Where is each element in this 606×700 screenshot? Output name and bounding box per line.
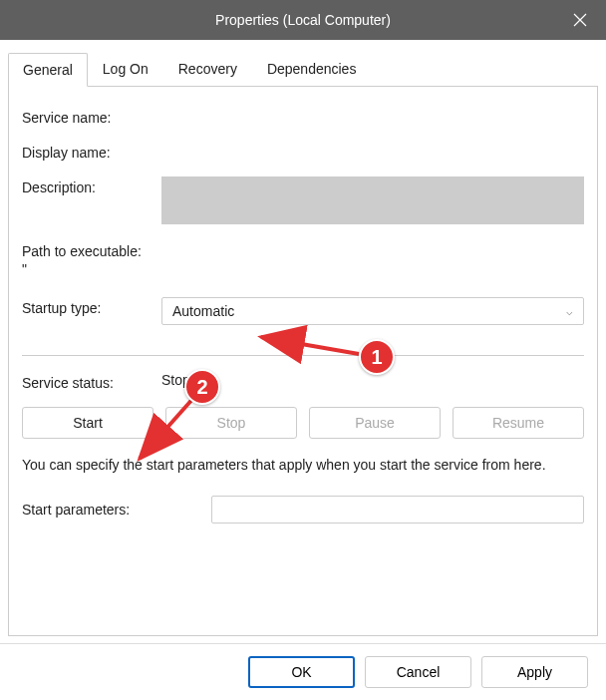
tabs-row: General Log On Recovery Dependencies	[0, 40, 606, 87]
start-parameters-label: Start parameters:	[22, 502, 211, 518]
path-label: Path to executable:	[22, 240, 142, 259]
display-name-label: Display name:	[22, 142, 161, 161]
general-panel: Service name: Display name: Description:…	[0, 87, 606, 533]
window-title: Properties (Local Computer)	[215, 12, 391, 28]
path-value-row: "	[22, 261, 584, 277]
path-value: "	[22, 261, 27, 277]
tab-recovery[interactable]: Recovery	[163, 52, 252, 86]
pause-button: Pause	[309, 407, 441, 439]
path-row: Path to executable:	[22, 240, 584, 259]
close-button[interactable]	[554, 0, 606, 40]
service-name-label: Service name:	[22, 107, 161, 126]
start-parameters-row: Start parameters:	[22, 496, 584, 524]
cancel-button[interactable]: Cancel	[365, 656, 471, 688]
tab-logon[interactable]: Log On	[88, 52, 163, 86]
startup-type-select[interactable]: Automatic ⌵	[161, 297, 584, 325]
service-status-row: Service status: Stopped	[22, 372, 584, 391]
footer: OK Cancel Apply	[0, 643, 606, 700]
chevron-down-icon: ⌵	[566, 305, 573, 318]
description-label: Description:	[22, 176, 161, 195]
tab-dependencies[interactable]: Dependencies	[252, 52, 372, 86]
start-button[interactable]: Start	[22, 407, 153, 439]
service-name-row: Service name:	[22, 107, 584, 126]
service-status-value: Stopped	[161, 372, 213, 391]
startup-type-value: Automatic	[172, 303, 234, 319]
service-status-label: Service status:	[22, 372, 161, 391]
startup-type-label: Startup type:	[22, 297, 161, 316]
dialog-content: General Log On Recovery Dependencies Ser…	[0, 40, 606, 533]
tab-general[interactable]: General	[8, 53, 88, 87]
ok-button[interactable]: OK	[248, 656, 355, 688]
display-name-row: Display name:	[22, 142, 584, 161]
hint-text: You can specify the start parameters tha…	[22, 455, 584, 476]
stop-button: Stop	[165, 407, 297, 439]
apply-button[interactable]: Apply	[481, 656, 588, 688]
start-parameters-input[interactable]	[211, 496, 584, 524]
description-row: Description:	[22, 176, 584, 224]
description-box[interactable]	[161, 176, 584, 224]
title-bar: Properties (Local Computer)	[0, 0, 606, 40]
startup-type-row: Startup type: Automatic ⌵	[22, 297, 584, 325]
service-buttons-row: Start Stop Pause Resume	[22, 407, 584, 439]
resume-button: Resume	[453, 407, 584, 439]
close-icon	[573, 13, 587, 27]
separator	[22, 355, 584, 356]
